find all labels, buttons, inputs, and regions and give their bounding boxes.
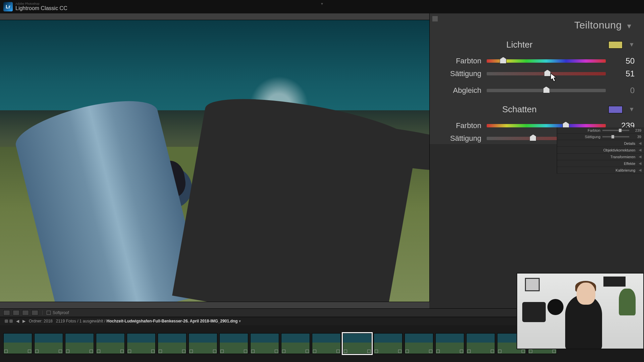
view-mode-icon[interactable] bbox=[13, 310, 19, 315]
highlights-sat-slider[interactable]: Sättigung 51 bbox=[436, 67, 635, 80]
collapsed-panel-header[interactable]: Objektivkorrekturen◀ bbox=[557, 147, 644, 154]
grid-icon[interactable] bbox=[5, 319, 13, 323]
filmstrip-thumb[interactable] bbox=[435, 333, 464, 354]
current-filename: Hochzeit-Ludwigshafen-Full-Benkesser-26.… bbox=[107, 319, 238, 323]
collapsed-panel-header[interactable]: Transformieren◀ bbox=[557, 154, 644, 160]
filmstrip-thumb[interactable] bbox=[374, 333, 402, 354]
filmstrip-thumb[interactable] bbox=[312, 333, 341, 354]
filmstrip-thumb[interactable] bbox=[343, 333, 372, 354]
highlights-hue-slider[interactable]: Farbton 50 bbox=[436, 55, 635, 67]
filmstrip-thumb[interactable] bbox=[250, 333, 279, 354]
collapsed-panel-header[interactable]: Kalibrierung◀ bbox=[557, 167, 644, 174]
slider-thumb[interactable] bbox=[530, 134, 536, 141]
filmstrip-thumb[interactable] bbox=[34, 333, 63, 354]
title-bar: Lr Adobe Photoshop Lightroom Classic CC … bbox=[0, 0, 644, 13]
collapse-handle-icon[interactable]: ▾ bbox=[321, 1, 323, 6]
filmstrip-thumb[interactable] bbox=[219, 333, 248, 354]
mini-hue-row[interactable]: Farbton 239 bbox=[557, 127, 644, 134]
filmstrip-thumb[interactable] bbox=[3, 333, 32, 354]
filmstrip-thumb[interactable] bbox=[189, 333, 217, 354]
highlights-swatch[interactable] bbox=[608, 41, 623, 49]
image-canvas[interactable] bbox=[0, 13, 429, 308]
view-mode-icon[interactable] bbox=[3, 310, 10, 315]
highlights-label: Lichter bbox=[436, 40, 602, 50]
slider-thumb[interactable] bbox=[544, 70, 551, 76]
slider-thumb[interactable] bbox=[500, 57, 506, 64]
balance-slider[interactable]: Abgleich 0 bbox=[436, 84, 635, 97]
filmstrip-thumb[interactable] bbox=[405, 333, 433, 354]
filmstrip-thumb[interactable] bbox=[466, 333, 495, 354]
filmstrip-thumb[interactable] bbox=[158, 333, 186, 354]
view-mode-icon[interactable] bbox=[22, 310, 29, 315]
develop-panel-small: Farbton 239 Sättigung 39 Details◀Objekti… bbox=[557, 127, 644, 174]
app-name: Lightroom Classic CC bbox=[15, 5, 67, 11]
softproof-checkbox[interactable]: Softproof bbox=[47, 310, 69, 315]
view-mode-icon[interactable] bbox=[32, 310, 38, 315]
slider-thumb[interactable] bbox=[543, 86, 550, 93]
collapsed-panel-header[interactable]: Details◀ bbox=[557, 140, 644, 147]
chevron-down-icon[interactable]: ▼ bbox=[629, 41, 635, 48]
mini-sat-row[interactable]: Sättigung 39 bbox=[557, 134, 644, 140]
app-logo: Lr bbox=[3, 2, 13, 11]
balance-value[interactable]: 0 bbox=[606, 86, 635, 95]
shadows-swatch[interactable] bbox=[608, 106, 623, 113]
nav-back-icon[interactable]: ◀ bbox=[16, 319, 19, 323]
highlights-hue-value[interactable]: 50 bbox=[606, 56, 635, 66]
split-toning-panel: Teiltonung▼ Lichter ▼ Farbton 50 Sättigu… bbox=[429, 13, 644, 144]
collapsed-panel-header[interactable]: Effekte◀ bbox=[557, 160, 644, 167]
highlights-sat-value[interactable]: 51 bbox=[606, 69, 635, 78]
chevron-down-icon[interactable]: ▼ bbox=[626, 22, 633, 30]
filmstrip-thumb[interactable] bbox=[96, 333, 125, 354]
panel-title[interactable]: Teiltonung▼ bbox=[430, 13, 644, 34]
filmstrip-thumb[interactable] bbox=[281, 333, 310, 354]
chevron-down-icon[interactable]: ▼ bbox=[629, 106, 635, 113]
preview-photo bbox=[0, 20, 429, 302]
filmstrip-thumb[interactable] bbox=[127, 333, 156, 354]
webcam-overlay bbox=[517, 273, 644, 349]
filmstrip-thumb[interactable] bbox=[65, 333, 94, 354]
shadows-label: Schatten bbox=[436, 104, 602, 115]
nav-fwd-icon[interactable]: ▶ bbox=[22, 319, 25, 323]
brand-small: Adobe Photoshop bbox=[15, 2, 67, 5]
